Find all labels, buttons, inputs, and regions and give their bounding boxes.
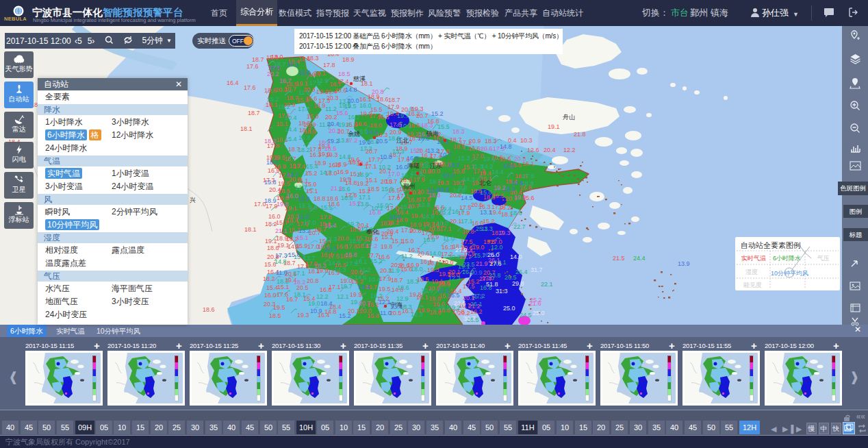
svg-text:12.9: 12.9 <box>316 77 329 84</box>
svg-text:15.8: 15.8 <box>345 251 357 258</box>
svg-text:15.1: 15.1 <box>296 234 309 241</box>
svg-text:18.7: 18.7 <box>284 86 296 92</box>
svg-text:12.3: 12.3 <box>411 311 423 318</box>
svg-text:19.1: 19.1 <box>548 123 560 130</box>
svg-text:18.2: 18.2 <box>264 138 277 145</box>
svg-text:10.4: 10.4 <box>368 276 381 283</box>
svg-text:17.2: 17.2 <box>346 137 358 144</box>
svg-text:舟山: 舟山 <box>563 114 575 121</box>
svg-text:31.3: 31.3 <box>496 288 508 295</box>
svg-text:18.6: 18.6 <box>397 284 409 291</box>
svg-text:12.2: 12.2 <box>563 147 576 153</box>
svg-text:18.2: 18.2 <box>263 275 275 282</box>
svg-text:19.5: 19.5 <box>273 304 285 311</box>
svg-text:19.7: 19.7 <box>347 221 359 227</box>
svg-text:14.9: 14.9 <box>389 214 401 221</box>
svg-text:14.8: 14.8 <box>324 308 337 315</box>
svg-text:14.0: 14.0 <box>510 253 522 260</box>
svg-text:19.6: 19.6 <box>366 236 379 242</box>
svg-text:17.5: 17.5 <box>463 283 475 290</box>
svg-text:奉化: 奉化 <box>366 228 379 235</box>
svg-text:15.5: 15.5 <box>381 186 394 192</box>
svg-text:15.0: 15.0 <box>376 202 389 209</box>
svg-text:15.2: 15.2 <box>305 170 318 177</box>
svg-text:25.0: 25.0 <box>533 310 545 316</box>
svg-text:18.3: 18.3 <box>452 128 465 135</box>
svg-text:11.2: 11.2 <box>359 266 371 273</box>
svg-text:19.2: 19.2 <box>494 184 506 191</box>
svg-text:19.3: 19.3 <box>427 266 439 273</box>
svg-text:12.3: 12.3 <box>448 275 461 282</box>
svg-text:15.2: 15.2 <box>483 218 495 225</box>
svg-text:18.6: 18.6 <box>376 96 389 103</box>
svg-text:19.5: 19.5 <box>379 286 391 293</box>
svg-text:19.3: 19.3 <box>326 151 338 158</box>
svg-text:15.4: 15.4 <box>285 136 297 142</box>
svg-text:25.3: 25.3 <box>476 225 488 232</box>
svg-text:17.1: 17.1 <box>437 138 449 145</box>
svg-text:11.1: 11.1 <box>463 145 475 151</box>
svg-text:20.8: 20.8 <box>337 235 349 242</box>
svg-text:21.6: 21.6 <box>529 300 541 307</box>
svg-text:20.4: 20.4 <box>327 121 340 127</box>
svg-text:20.2: 20.2 <box>325 114 337 121</box>
svg-text:29.7: 29.7 <box>459 253 472 260</box>
svg-text:14.6: 14.6 <box>329 260 341 266</box>
svg-text:15.4: 15.4 <box>324 222 337 229</box>
svg-text:21.5: 21.5 <box>613 255 625 262</box>
svg-text:15.4: 15.4 <box>266 284 279 291</box>
svg-text:18.0: 18.0 <box>411 266 423 273</box>
svg-text:20.8: 20.8 <box>409 227 422 234</box>
svg-text:18.8: 18.8 <box>264 87 277 94</box>
svg-text:21.8: 21.8 <box>574 131 586 138</box>
svg-text:24.4: 24.4 <box>633 255 646 262</box>
svg-text:18.9: 18.9 <box>264 197 277 204</box>
svg-text:18.7: 18.7 <box>388 97 400 103</box>
svg-text:15.0: 15.0 <box>307 113 319 120</box>
svg-text:13.7: 13.7 <box>303 255 316 262</box>
svg-text:气压: 气压 <box>817 255 830 262</box>
svg-text:15.8: 15.8 <box>452 168 465 175</box>
svg-text:16.1: 16.1 <box>416 294 429 301</box>
svg-text:12.1: 12.1 <box>379 299 391 306</box>
svg-text:19.7: 19.7 <box>340 283 353 290</box>
svg-text:19.8: 19.8 <box>381 243 393 250</box>
svg-text:13.2: 13.2 <box>427 147 439 154</box>
svg-text:16.2: 16.2 <box>348 114 360 121</box>
svg-text:15.2: 15.2 <box>431 110 444 117</box>
svg-text:18.3: 18.3 <box>307 55 319 62</box>
svg-text:17.9: 17.9 <box>413 176 425 183</box>
svg-text:16.6: 16.6 <box>502 162 515 169</box>
svg-text:17.3: 17.3 <box>298 105 310 112</box>
svg-text:18.7: 18.7 <box>266 159 279 166</box>
svg-text:18.5: 18.5 <box>417 276 429 283</box>
svg-text:19.1: 19.1 <box>287 61 299 68</box>
svg-text:17.7: 17.7 <box>368 156 381 163</box>
svg-text:14.9: 14.9 <box>422 213 435 220</box>
svg-text:12.8: 12.8 <box>418 201 431 208</box>
svg-text:17.1: 17.1 <box>329 284 341 290</box>
svg-text:11.0: 11.0 <box>380 310 392 316</box>
svg-text:10.4: 10.4 <box>285 114 297 121</box>
svg-text:16.8: 16.8 <box>369 209 381 216</box>
svg-text:江东: 江东 <box>430 162 442 169</box>
svg-text:20.5: 20.5 <box>376 138 388 145</box>
svg-text:18.1: 18.1 <box>240 125 253 132</box>
svg-text:19.6: 19.6 <box>483 155 496 162</box>
svg-text:16.8: 16.8 <box>298 134 311 141</box>
svg-text:20.3: 20.3 <box>324 246 337 253</box>
svg-text:17.8: 17.8 <box>320 214 332 221</box>
svg-text:兴: 兴 <box>190 197 196 203</box>
svg-text:18.2: 18.2 <box>294 279 306 286</box>
svg-text:10.2: 10.2 <box>400 123 412 129</box>
svg-text:17.3: 17.3 <box>275 252 288 259</box>
svg-text:10.7: 10.7 <box>439 151 452 158</box>
svg-text:13.9: 13.9 <box>678 260 690 267</box>
svg-text:18.4: 18.4 <box>320 300 333 307</box>
svg-text:18.7: 18.7 <box>391 277 403 284</box>
svg-text:15.5: 15.5 <box>320 204 333 211</box>
svg-text:20.3: 20.3 <box>514 155 526 162</box>
svg-text:11.2: 11.2 <box>401 253 413 260</box>
svg-text:30.7: 30.7 <box>463 315 476 322</box>
svg-text:16.9: 16.9 <box>268 167 280 174</box>
